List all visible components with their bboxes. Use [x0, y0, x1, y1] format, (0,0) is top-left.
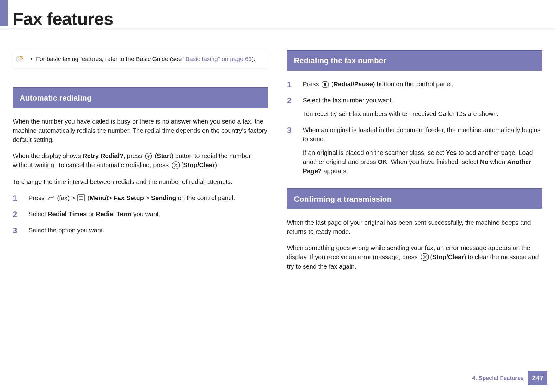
note-text: •For basic faxing features, refer to the… — [30, 55, 256, 64]
text-fragment: ( — [86, 194, 89, 201]
footer-page-number: 247 — [528, 371, 547, 385]
page-title: Fax features — [13, 6, 113, 35]
footer-chapter: 4. Special Features — [472, 374, 524, 382]
page-footer: 4. Special Features 247 — [472, 371, 547, 385]
text-fragment: )> — [106, 194, 114, 201]
confirm-para2: When something goes wrong while sending … — [287, 243, 543, 272]
text-bold: OK — [378, 158, 387, 165]
step-number: 3 — [13, 226, 20, 235]
text-bold: Redial Times — [48, 211, 87, 217]
text-fragment: If an original is placed on the scanner … — [303, 149, 446, 156]
text-fragment: , press — [123, 152, 144, 159]
text-fragment: Select the option you want. — [28, 227, 104, 234]
auto-redial-para1: When the number you have dialed is busy … — [13, 117, 268, 144]
text-fragment: you want. — [132, 211, 160, 217]
text-fragment: ) button on the control panel. — [373, 81, 453, 88]
auto-redial-steps: 1 Press (fax) > * (Menu)> Fax Setup > Se… — [13, 193, 268, 235]
redial-steps: 1 Press (Redial/Pause) button on the con… — [287, 80, 543, 176]
step-body: Select the fax number you want. Ten rece… — [303, 96, 499, 119]
menu-icon: * — [77, 194, 85, 202]
text-fragment: or — [87, 211, 96, 217]
text-fragment: . When you have finished, select — [387, 158, 480, 165]
text-bold: Redial Term — [96, 211, 132, 217]
note-text-after: ). — [252, 56, 256, 62]
text-fragment: When the display shows — [13, 152, 83, 159]
svg-point-6 — [148, 155, 149, 157]
step-item: 2 Select Redial Times or Redial Term you… — [13, 210, 268, 219]
step-item: 1 Press (fax) > * (Menu)> Fax Setup > Se… — [13, 193, 268, 203]
text-fragment: ( — [153, 152, 157, 159]
step-number: 2 — [287, 96, 295, 105]
step-body: When an original is loaded in the docume… — [303, 126, 543, 176]
note-text-before: For basic faxing features, refer to the … — [36, 56, 183, 62]
svg-rect-18 — [325, 83, 326, 86]
note-link[interactable]: "Basic faxing" on page 63 — [183, 56, 252, 62]
text-bold: Redial/Pause — [333, 81, 373, 88]
text-fragment: Select — [28, 211, 48, 217]
header-rule — [0, 28, 555, 30]
text-paragraph: When an original is loaded in the docume… — [303, 126, 543, 144]
text-bold: Menu — [89, 194, 106, 201]
text-fragment: ( — [330, 81, 333, 88]
right-column: Redialing the fax number 1 Press (Redial… — [287, 50, 543, 278]
auto-redial-para3: To change the time interval between redi… — [13, 177, 268, 187]
stop-clear-icon — [420, 252, 429, 262]
step-number: 1 — [287, 80, 295, 89]
text-bold: Fax Setup — [114, 194, 144, 201]
text-fragment: > — [144, 194, 151, 201]
text-fragment: ). — [215, 162, 219, 168]
text-fragment: when — [489, 158, 507, 165]
text-paragraph: Select the fax number you want. — [303, 96, 499, 105]
step-number: 3 — [287, 126, 295, 134]
step-body: Press (fax) > * (Menu)> Fax Setup > Send… — [28, 193, 235, 203]
info-note: •For basic faxing features, refer to the… — [13, 50, 268, 68]
step-item: 1 Press (Redial/Pause) button on the con… — [287, 80, 543, 89]
text-bold: Yes — [446, 149, 457, 156]
svg-point-10 — [47, 199, 48, 200]
step-item: 3 Select the option you want. — [13, 226, 268, 235]
step-body: Select Redial Times or Redial Term you w… — [28, 210, 160, 219]
text-bold: Start — [157, 152, 171, 159]
section-heading-auto-redial: Automatic redialing — [13, 87, 268, 108]
step-item: 2 Select the fax number you want. Ten re… — [287, 96, 543, 119]
step-number: 2 — [13, 210, 20, 218]
text-fragment: on the control panel. — [176, 194, 235, 201]
stop-clear-icon — [171, 161, 181, 170]
left-column: •For basic faxing features, refer to the… — [13, 50, 268, 278]
text-bold: Sending — [151, 194, 176, 201]
header-accent-bar — [0, 0, 8, 26]
section-heading-confirm-transmission: Confirming a transmission — [287, 188, 543, 209]
text-fragment: Press — [28, 194, 46, 201]
auto-redial-para2: When the display shows Retry Redial?, pr… — [13, 151, 268, 170]
step-number: 1 — [13, 193, 20, 202]
step-body: Press (Redial/Pause) button on the contr… — [303, 80, 453, 89]
step-body: Select the option you want. — [28, 226, 104, 235]
text-fragment: (fax) > — [55, 194, 77, 201]
page-header: Fax features — [0, 0, 555, 35]
note-icon — [16, 55, 25, 64]
text-paragraph: Ten recently sent fax numbers with ten r… — [303, 109, 499, 119]
step-item: 3 When an original is loaded in the docu… — [287, 126, 543, 176]
text-bold: Stop/Clear — [432, 254, 464, 260]
page-content: •For basic faxing features, refer to the… — [0, 35, 555, 278]
text-bold: Retry Redial? — [83, 152, 123, 159]
section-heading-redial-number: Redialing the fax number — [287, 50, 543, 71]
text-fragment: Press — [303, 81, 321, 88]
svg-text:*: * — [79, 199, 80, 201]
redial-pause-icon — [321, 81, 329, 88]
text-fragment: ( — [430, 254, 432, 260]
confirm-para1: When the last page of your original has … — [287, 218, 543, 236]
text-bold: No — [480, 158, 489, 165]
svg-rect-17 — [324, 83, 325, 86]
start-button-icon — [145, 152, 152, 160]
text-bold: Stop/Clear — [183, 162, 215, 168]
text-fragment: appears. — [322, 168, 348, 175]
svg-rect-16 — [322, 82, 328, 87]
fax-icon — [47, 194, 55, 202]
